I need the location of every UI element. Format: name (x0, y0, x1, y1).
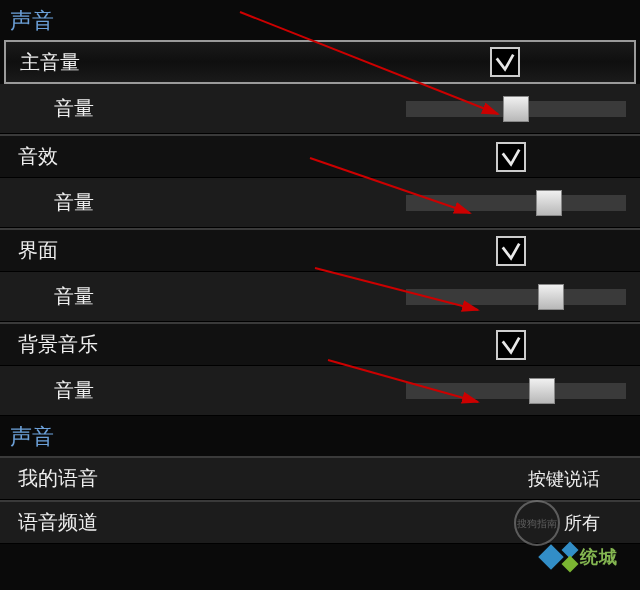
slider-master-label: 音量 (54, 95, 94, 122)
group-bgm-label: 背景音乐 (18, 331, 98, 358)
slider-ui[interactable] (406, 285, 626, 309)
group-sfx[interactable]: 音效 (0, 134, 640, 178)
group-ui-label: 界面 (18, 237, 58, 264)
my-voice-value: 按键说话 (528, 467, 600, 491)
group-sfx-label: 音效 (18, 143, 58, 170)
section-sound-title: 声音 (0, 0, 640, 40)
my-voice-label: 我的语音 (18, 465, 98, 492)
checkbox-master-volume[interactable] (490, 47, 520, 77)
checkbox-ui[interactable] (496, 236, 526, 266)
slider-row-sfx: 音量 (0, 178, 640, 228)
slider-track (406, 289, 626, 305)
slider-row-master: 音量 (0, 84, 640, 134)
slider-thumb[interactable] (536, 190, 562, 216)
group-master-volume-label: 主音量 (20, 49, 80, 76)
group-bgm[interactable]: 背景音乐 (0, 322, 640, 366)
checkbox-sfx[interactable] (496, 142, 526, 172)
voice-channel-value: 所有 (564, 511, 600, 535)
slider-bgm-label: 音量 (54, 377, 94, 404)
slider-track (406, 195, 626, 211)
row-my-voice[interactable]: 我的语音 按键说话 (0, 456, 640, 500)
group-master-volume[interactable]: 主音量 (4, 40, 636, 84)
check-icon (500, 146, 522, 168)
slider-sfx[interactable] (406, 191, 626, 215)
check-icon (500, 240, 522, 262)
watermark-circle: 搜狗指南 (514, 500, 560, 546)
slider-row-ui: 音量 (0, 272, 640, 322)
slider-row-bgm: 音量 (0, 366, 640, 416)
watermark-brand: 统城 (542, 544, 618, 570)
check-icon (500, 334, 522, 356)
section-voice-title: 声音 (0, 416, 640, 456)
group-ui[interactable]: 界面 (0, 228, 640, 272)
check-icon (494, 51, 516, 73)
slider-thumb[interactable] (529, 378, 555, 404)
watermark-text: 统城 (580, 545, 618, 569)
slider-ui-label: 音量 (54, 283, 94, 310)
checkbox-bgm[interactable] (496, 330, 526, 360)
slider-master[interactable] (406, 97, 626, 121)
slider-sfx-label: 音量 (54, 189, 94, 216)
voice-channel-label: 语音频道 (18, 509, 98, 536)
slider-thumb[interactable] (503, 96, 529, 122)
diamond-icon (538, 544, 563, 569)
slider-track (406, 383, 626, 399)
diamond-icon (562, 556, 579, 573)
slider-thumb[interactable] (538, 284, 564, 310)
slider-bgm[interactable] (406, 379, 626, 403)
